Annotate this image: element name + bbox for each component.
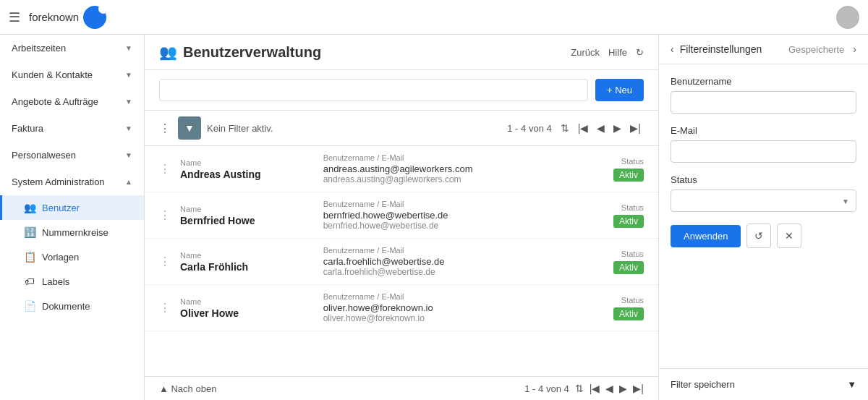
user-name-cell: Name Oliver Howe [180, 297, 315, 319]
main-area: 👥 Benutzerverwaltung Zurück Hilfe ↻ + Ne… [145, 35, 868, 400]
status-field: Status Aktiv Inaktiv [671, 174, 856, 212]
users-title-icon: 👥 [159, 43, 177, 61]
row-menu-dots[interactable]: ⋮ [159, 255, 171, 268]
footer-next-button[interactable]: ▶ [619, 383, 627, 394]
status-badge: Aktiv [613, 215, 644, 228]
right-panel: ‹ Filtereinstellungen Gespeicherte › Ben… [658, 35, 868, 400]
user-name-cell: Name Carla Fröhlich [180, 251, 315, 273]
sidebar-item-nummernkreise[interactable]: 🔢 Nummernkreise [0, 220, 144, 244]
pagination-controls: ⇅ |◀ ◀ ▶ ▶| [558, 121, 644, 135]
user-contact-cell: Benutzername / E-Mail carla.froehlich@we… [323, 246, 592, 277]
save-filter-chevron: ▼ [847, 379, 856, 390]
reset-button[interactable]: ↺ [746, 224, 771, 248]
footer-pagination-text: 1 - 4 von 4 [524, 383, 569, 394]
username-label: Benutzername [671, 76, 856, 87]
status-select[interactable]: Aktiv Inaktiv [671, 190, 856, 212]
user-table: ⋮ Name Andreas Austing Benutzername / E-… [145, 146, 658, 376]
user-contact-cell: Benutzername / E-Mail andreas.austing@ag… [323, 153, 592, 184]
search-input[interactable] [159, 79, 588, 101]
sidebar-item-dokumente[interactable]: 📄 Dokumente [0, 294, 144, 318]
back-button[interactable]: Zurück [571, 47, 600, 58]
sidebar: Arbeitszeiten ▼ Kunden & Kontakte ▼ Ange… [0, 35, 145, 400]
user-status-cell: Status Aktiv [600, 250, 644, 274]
apply-button[interactable]: Anwenden [671, 225, 741, 247]
footer-prev-button[interactable]: ◀ [605, 383, 613, 394]
filter-bar: ⋮ ▼ Kein Filter aktiv. 1 - 4 von 4 ⇅ |◀ … [145, 111, 658, 146]
filter-icon-button[interactable]: ▼ [178, 116, 201, 140]
users-icon: 👥 [23, 202, 36, 213]
sidebar-item-angebote[interactable]: Angebote & Aufträge ▼ [0, 88, 144, 115]
pagination-info: 1 - 4 von 4 [507, 123, 551, 134]
content-header: 👥 Benutzerverwaltung Zurück Hilfe ↻ [145, 35, 658, 70]
sidebar-item-arbeitszeiten[interactable]: Arbeitszeiten ▼ [0, 35, 144, 61]
user-status-cell: Status Aktiv [600, 296, 644, 320]
hamburger-icon[interactable]: ☰ [9, 9, 20, 25]
prev-page-button[interactable]: ◀ [594, 121, 608, 135]
refresh-icon[interactable]: ↻ [636, 47, 644, 58]
sidebar-item-system[interactable]: System Administration ▲ [0, 169, 144, 195]
header-actions: Zurück Hilfe ↻ [571, 47, 644, 58]
sidebar-item-vorlagen[interactable]: 📋 Vorlagen [0, 244, 144, 269]
row-menu-dots[interactable]: ⋮ [159, 208, 171, 222]
chevron-down-icon: ▼ [125, 124, 132, 132]
chevron-down-icon: ▼ [125, 71, 132, 79]
user-status-cell: Status Aktiv [600, 203, 644, 228]
filter-funnel-icon: ▼ [184, 122, 195, 134]
chevron-up-icon: ▲ [125, 178, 132, 186]
logo-icon [83, 6, 106, 29]
sidebar-item-labels[interactable]: 🏷 Labels [0, 269, 144, 294]
save-filter-label: Filter speichern [671, 379, 735, 390]
username-field: Benutzername [671, 76, 856, 114]
table-row: ⋮ Name Bernfried Howe Benutzername / E-M… [145, 192, 658, 239]
status-select-wrap: Aktiv Inaktiv [671, 190, 856, 212]
footer-sort-icon[interactable]: ⇅ [575, 383, 584, 394]
docs-icon: 📄 [23, 300, 36, 312]
sidebar-item-kunden[interactable]: Kunden & Kontakte ▼ [0, 61, 144, 88]
system-sub-menu: 👥 Benutzer 🔢 Nummernkreise 📋 Vorlagen 🏷 … [0, 195, 144, 318]
last-page-button[interactable]: ▶| [627, 121, 644, 135]
numbers-icon: 🔢 [23, 226, 36, 238]
first-page-button[interactable]: |◀ [575, 121, 592, 135]
sort-icon[interactable]: ⇅ [558, 121, 572, 135]
panel-title: Filtereinstellungen [680, 35, 762, 64]
status-badge: Aktiv [613, 261, 644, 274]
row-menu-dots[interactable]: ⋮ [159, 301, 171, 315]
panel-next-button[interactable]: › [847, 35, 862, 64]
panel-saved-tab[interactable]: Gespeicherte [762, 44, 848, 55]
panel-body: Benutzername E-Mail Status Aktiv Inaktiv [659, 64, 868, 368]
footer-first-button[interactable]: |◀ [590, 383, 600, 394]
table-row: ⋮ Name Carla Fröhlich Benutzername / E-M… [145, 239, 658, 285]
avatar [836, 6, 859, 29]
filter-label: Kein Filter aktiv. [207, 123, 501, 134]
help-button[interactable]: Hilfe [608, 47, 627, 58]
save-filter-section[interactable]: Filter speichern ▼ [659, 368, 868, 400]
next-page-button[interactable]: ▶ [610, 121, 624, 135]
email-field: E-Mail [671, 125, 856, 163]
sidebar-item-personalwesen[interactable]: Personalwesen ▼ [0, 142, 144, 169]
user-name-cell: Name Andreas Austing [180, 158, 315, 180]
email-label: E-Mail [671, 125, 856, 136]
panel-actions: Anwenden ↺ ✕ [671, 224, 856, 248]
search-bar: + Neu [145, 70, 658, 111]
logo-text: foreknown [29, 11, 79, 23]
table-footer: ▲ Nach oben 1 - 4 von 4 ⇅ |◀ ◀ ▶ ▶| [145, 376, 658, 400]
chevron-down-icon: ▼ [125, 44, 132, 52]
templates-icon: 📋 [23, 251, 36, 263]
sidebar-item-faktura[interactable]: Faktura ▼ [0, 115, 144, 142]
email-input[interactable] [671, 140, 856, 163]
filter-dots-icon[interactable]: ⋮ [159, 122, 172, 135]
row-menu-dots[interactable]: ⋮ [159, 162, 171, 176]
back-to-top-button[interactable]: ▲ Nach oben [159, 383, 216, 394]
content-area: 👥 Benutzerverwaltung Zurück Hilfe ↻ + Ne… [145, 35, 658, 400]
panel-prev-button[interactable]: ‹ [665, 35, 680, 64]
user-status-cell: Status Aktiv [600, 157, 644, 182]
clear-button[interactable]: ✕ [777, 224, 801, 248]
topbar: ☰ foreknown [0, 0, 868, 35]
username-input[interactable] [671, 91, 856, 114]
user-contact-cell: Benutzername / E-Mail bernfried.howe@web… [323, 200, 592, 231]
sidebar-item-benutzer[interactable]: 👥 Benutzer [0, 195, 144, 220]
status-badge: Aktiv [613, 307, 644, 320]
user-contact-cell: Benutzername / E-Mail oliver.howe@forekn… [323, 292, 592, 323]
footer-last-button[interactable]: ▶| [633, 383, 644, 394]
new-button[interactable]: + Neu [595, 79, 644, 101]
